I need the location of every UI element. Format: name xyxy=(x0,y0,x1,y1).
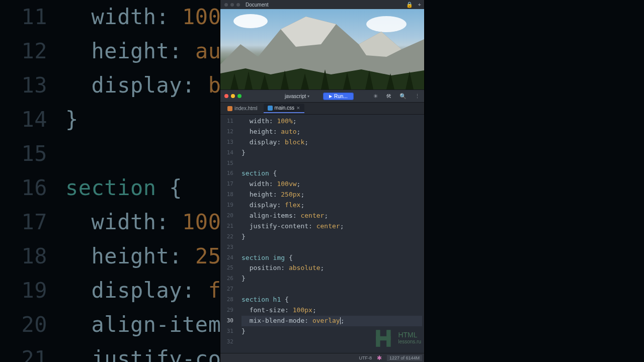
code-line[interactable]: } xyxy=(242,274,422,284)
more-icon[interactable]: ⋮ xyxy=(415,93,420,100)
editor-window-controls[interactable] xyxy=(220,94,242,98)
search-icon[interactable]: 🔍 xyxy=(399,93,407,100)
tab-index-html[interactable]: index.html xyxy=(223,104,262,113)
code-line[interactable]: display: flex; xyxy=(242,200,422,211)
code-line[interactable]: } xyxy=(242,232,422,242)
memory-indicator[interactable]: 1227 of 6144M xyxy=(387,355,422,361)
code-line[interactable]: section img { xyxy=(242,253,422,263)
app-window: Document 🔒 + xyxy=(220,0,424,362)
play-icon: ▶ xyxy=(329,94,332,99)
code-line[interactable]: height: auto; xyxy=(242,127,422,137)
browser-titlebar: Document 🔒 + xyxy=(220,0,424,9)
code-line[interactable]: align-items: center; xyxy=(242,211,422,221)
tab-label: index.html xyxy=(234,106,258,111)
zoom-icon[interactable] xyxy=(237,94,242,98)
code-line[interactable]: display: block; xyxy=(242,137,422,148)
code-line[interactable]: width: 100vw; xyxy=(242,179,422,190)
language-label: javascript xyxy=(285,94,306,99)
tab-label: main.css xyxy=(275,105,294,111)
svg-point-0 xyxy=(233,14,268,28)
watermark: HTML lessons.ru xyxy=(374,328,421,349)
preview-pane xyxy=(220,9,424,89)
html-file-icon xyxy=(227,106,232,111)
new-tab-button[interactable]: + xyxy=(418,2,421,8)
minimize-icon[interactable] xyxy=(231,94,235,98)
chevron-down-icon: ▾ xyxy=(307,94,309,99)
max-dot-icon[interactable] xyxy=(236,3,240,7)
code-line[interactable]: section { xyxy=(242,168,422,179)
language-selector[interactable]: javascript ▾ xyxy=(285,94,309,99)
code-line[interactable]: } xyxy=(242,148,422,158)
code-line[interactable]: section h1 { xyxy=(242,295,422,305)
tools-icon[interactable]: 🛠 xyxy=(386,93,391,100)
watermark-sub: lessons.ru xyxy=(398,338,421,345)
status-bar: UTF-8 ✱ 1227 of 6144M xyxy=(220,353,424,362)
watermark-title: HTML xyxy=(398,331,417,339)
close-tab-icon[interactable]: ✕ xyxy=(296,106,300,111)
tab-main-css[interactable]: main.css✕ xyxy=(264,104,304,113)
ai-icon[interactable]: ✳ xyxy=(373,93,378,100)
code-line[interactable] xyxy=(242,158,422,169)
code-editor[interactable]: 1112131415161718192021222324252627282930… xyxy=(220,115,424,353)
code-line[interactable]: font-size: 100px; xyxy=(242,305,422,316)
run-button[interactable]: ▶ Run... xyxy=(323,93,354,100)
code-area[interactable]: width: 100%; height: auto; display: bloc… xyxy=(242,116,422,347)
code-line[interactable]: width: 100%; xyxy=(242,116,422,127)
window-controls[interactable] xyxy=(220,3,240,7)
code-line[interactable] xyxy=(242,284,422,295)
page-title: Document xyxy=(246,2,269,8)
code-line[interactable]: height: 250px; xyxy=(242,190,422,200)
editor-toolbar: javascript ▾ ▶ Run... ✳ 🛠 🔍 ⋮ xyxy=(220,89,424,103)
code-line[interactable] xyxy=(242,242,422,253)
tab-strip: index.htmlmain.css✕ xyxy=(220,103,424,115)
close-icon[interactable] xyxy=(224,94,228,98)
svg-point-1 xyxy=(366,16,407,32)
css-file-icon xyxy=(268,106,273,111)
lock-icon: 🔒 xyxy=(406,2,413,8)
modified-icon: ✱ xyxy=(377,354,382,361)
code-line[interactable]: mix-blend-mode: overlay; xyxy=(242,316,422,326)
encoding-label[interactable]: UTF-8 xyxy=(359,355,372,360)
code-line[interactable]: position: absolute; xyxy=(242,263,422,274)
min-dot-icon[interactable] xyxy=(230,3,234,7)
svg-rect-18 xyxy=(376,336,391,340)
line-gutter: 1112131415161718192021222324252627282930… xyxy=(220,116,236,347)
close-dot-icon[interactable] xyxy=(224,3,228,7)
run-label: Run... xyxy=(334,94,348,99)
code-line[interactable]: justify-content: center; xyxy=(242,221,422,232)
